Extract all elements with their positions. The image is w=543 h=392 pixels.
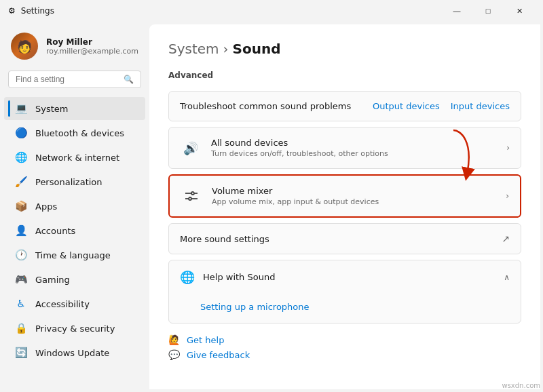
gaming-icon: 🎮 bbox=[15, 273, 27, 286]
content-area: System › Sound Advanced Troubleshoot com… bbox=[149, 24, 540, 389]
help-header-left: 🌐 Help with Sound bbox=[180, 270, 275, 284]
all-sound-devices-row[interactable]: 🔊 All sound devices Turn devices on/off,… bbox=[169, 128, 521, 168]
troubleshoot-row: Troubleshoot common sound problems Outpu… bbox=[168, 91, 521, 121]
personalization-icon: 🖌️ bbox=[15, 176, 27, 188]
input-devices-link[interactable]: Input devices bbox=[451, 101, 510, 111]
sound-devices-icon: 🔊 bbox=[180, 137, 202, 159]
volume-mixer-title: Volume mixer bbox=[212, 186, 500, 196]
sidebar-item-privacy[interactable]: 🔒 Privacy & security bbox=[4, 317, 145, 340]
sidebar-item-label-privacy: Privacy & security bbox=[35, 324, 115, 334]
user-email: roy.miller@example.com bbox=[46, 47, 138, 56]
system-icon: 💻 bbox=[15, 102, 27, 115]
sidebar-item-label-accessibility: Accessibility bbox=[35, 299, 90, 309]
sidebar-item-system[interactable]: 💻 System bbox=[4, 97, 145, 120]
time-icon: 🕐 bbox=[15, 249, 27, 261]
search-input[interactable] bbox=[16, 75, 118, 84]
help-section: 🌐 Help with Sound ∧ Setting up a microph… bbox=[168, 260, 521, 324]
avatar: 🧑 bbox=[11, 33, 38, 60]
sidebar-item-accessibility[interactable]: ♿ Accessibility bbox=[4, 292, 145, 315]
sidebar-item-bluetooth[interactable]: 🔵 Bluetooth & devices bbox=[4, 121, 145, 144]
volume-mixer-text: Volume mixer App volume mix, app input &… bbox=[212, 186, 500, 206]
user-section: 🧑 Roy Miller roy.miller@example.com bbox=[0, 27, 149, 71]
sidebar-item-label-accounts: Accounts bbox=[35, 226, 75, 236]
breadcrumb-separator: › bbox=[223, 41, 229, 57]
minimize-button[interactable]: — bbox=[441, 0, 472, 22]
titlebar-controls: — □ ✕ bbox=[441, 0, 535, 22]
give-feedback-link[interactable]: Give feedback bbox=[187, 350, 250, 360]
sidebar-item-update[interactable]: 🔄 Windows Update bbox=[4, 341, 145, 364]
titlebar-title: Settings bbox=[21, 6, 54, 16]
network-icon: 🌐 bbox=[15, 151, 27, 163]
app-body: 🧑 Roy Miller roy.miller@example.com 🔍 💻 … bbox=[0, 22, 543, 392]
watermark: wsxdn.com bbox=[502, 382, 540, 389]
get-help-icon: 🙋 bbox=[168, 334, 180, 345]
output-devices-link[interactable]: Output devices bbox=[373, 101, 440, 111]
apps-icon: 📦 bbox=[15, 200, 27, 212]
setup-microphone-link[interactable]: Setting up a microphone bbox=[200, 299, 510, 315]
sidebar: 🧑 Roy Miller roy.miller@example.com 🔍 💻 … bbox=[0, 22, 149, 392]
all-sound-devices-title: All sound devices bbox=[211, 138, 501, 148]
sidebar-item-accounts[interactable]: 👤 Accounts bbox=[4, 219, 145, 242]
search-icon: 🔍 bbox=[124, 75, 134, 84]
collapse-icon: ∧ bbox=[504, 273, 510, 282]
footer-links: 🙋 Get help 💬 Give feedback bbox=[168, 334, 521, 360]
all-sound-devices-card[interactable]: 🔊 All sound devices Turn devices on/off,… bbox=[168, 127, 521, 169]
titlebar: ⚙️ Settings — □ ✕ bbox=[0, 0, 543, 22]
sidebar-item-label-apps: Apps bbox=[35, 201, 57, 212]
sidebar-item-gaming[interactable]: 🎮 Gaming bbox=[4, 268, 145, 291]
sidebar-item-label-update: Windows Update bbox=[35, 348, 109, 358]
accessibility-icon: ♿ bbox=[15, 298, 27, 310]
user-name: Roy Miller bbox=[46, 37, 138, 47]
svg-point-2 bbox=[191, 192, 194, 195]
sidebar-item-apps[interactable]: 📦 Apps bbox=[4, 195, 145, 218]
accounts-icon: 👤 bbox=[15, 224, 27, 237]
help-title: Help with Sound bbox=[203, 272, 275, 282]
give-feedback-row[interactable]: 💬 Give feedback bbox=[168, 349, 521, 360]
sidebar-item-label-personalization: Personalization bbox=[35, 177, 102, 187]
volume-mixer-row[interactable]: Volume mixer App volume mix, app input &… bbox=[170, 176, 520, 216]
give-feedback-icon: 💬 bbox=[168, 349, 180, 360]
titlebar-icon: ⚙️ bbox=[8, 6, 16, 16]
help-icon: 🌐 bbox=[180, 270, 195, 284]
update-icon: 🔄 bbox=[15, 347, 27, 359]
sidebar-item-label-system: System bbox=[35, 104, 68, 114]
breadcrumb: System › Sound bbox=[168, 41, 521, 57]
sidebar-item-label-network: Network & internet bbox=[35, 153, 119, 163]
volume-mixer-card[interactable]: Volume mixer App volume mix, app input &… bbox=[168, 174, 521, 218]
help-header[interactable]: 🌐 Help with Sound ∧ bbox=[169, 260, 521, 294]
sidebar-item-label-gaming: Gaming bbox=[35, 275, 70, 285]
troubleshoot-links: Output devices Input devices bbox=[373, 101, 510, 111]
sidebar-item-time[interactable]: 🕐 Time & language bbox=[4, 243, 145, 267]
bluetooth-icon: 🔵 bbox=[15, 127, 27, 139]
sidebar-item-label-bluetooth: Bluetooth & devices bbox=[35, 128, 124, 138]
sidebar-item-network[interactable]: 🌐 Network & internet bbox=[4, 146, 145, 169]
volume-mixer-sub: App volume mix, app input & output devic… bbox=[212, 197, 500, 206]
svg-point-5 bbox=[189, 197, 191, 200]
get-help-link[interactable]: Get help bbox=[187, 335, 224, 345]
breadcrumb-parent: System bbox=[168, 41, 219, 57]
all-sound-devices-text: All sound devices Turn devices on/off, t… bbox=[211, 138, 501, 158]
close-button[interactable]: ✕ bbox=[504, 0, 535, 22]
user-info: Roy Miller roy.miller@example.com bbox=[46, 37, 138, 56]
help-content: Setting up a microphone bbox=[169, 294, 521, 323]
volume-mixer-chevron: › bbox=[506, 191, 509, 201]
volume-mixer-icon bbox=[181, 185, 202, 207]
troubleshoot-label: Troubleshoot common sound problems bbox=[180, 101, 351, 111]
more-sound-settings-label: More sound settings bbox=[180, 234, 269, 244]
search-box[interactable]: 🔍 bbox=[8, 71, 141, 88]
sidebar-item-label-time: Time & language bbox=[35, 250, 111, 260]
all-sound-devices-sub: Turn devices on/off, troubleshoot, other… bbox=[211, 149, 501, 158]
breadcrumb-current: Sound bbox=[233, 41, 281, 57]
sidebar-item-personalization[interactable]: 🖌️ Personalization bbox=[4, 170, 145, 193]
more-sound-settings-row[interactable]: More sound settings ↗ bbox=[168, 223, 521, 254]
external-link-icon: ↗ bbox=[502, 233, 510, 244]
privacy-icon: 🔒 bbox=[15, 322, 27, 334]
advanced-section-label: Advanced bbox=[168, 71, 521, 83]
maximize-button[interactable]: □ bbox=[472, 0, 504, 22]
get-help-row[interactable]: 🙋 Get help bbox=[168, 334, 521, 345]
volume-mixer-section: Volume mixer App volume mix, app input &… bbox=[168, 174, 521, 218]
all-sound-devices-chevron: › bbox=[506, 143, 510, 153]
